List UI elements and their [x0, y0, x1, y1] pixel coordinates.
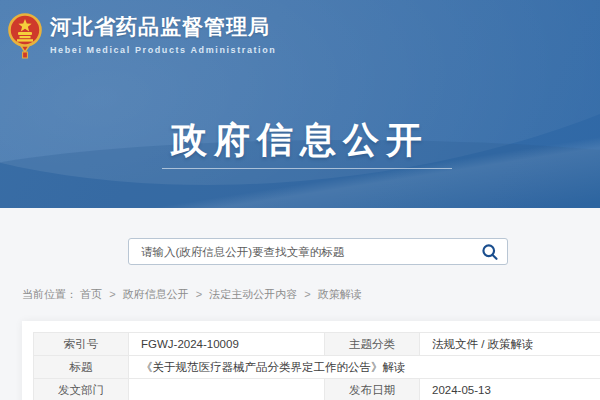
field-label-topic-category: 主题分类: [325, 333, 420, 356]
site-name-english: Hebei Medical Products Administration: [50, 45, 276, 55]
search-icon: [481, 243, 499, 261]
field-value-publish-date: 2024-05-13: [420, 379, 600, 400]
breadcrumb-separator: >: [109, 288, 115, 300]
field-value-title: 《关于规范医疗器械产品分类界定工作的公告》解读: [129, 356, 600, 379]
page-title: 政府信息公开: [0, 116, 600, 165]
search-box[interactable]: [128, 238, 508, 265]
breadcrumb-separator: >: [196, 288, 202, 300]
breadcrumb-link-policy-interpretation[interactable]: 政策解读: [318, 288, 362, 300]
breadcrumb-prefix: 当前位置：: [22, 288, 77, 300]
national-emblem-icon: [8, 12, 42, 64]
table-row: 发文部门 发布日期 2024-05-13: [34, 379, 600, 400]
table-row: 索引号 FGWJ-2024-10009 主题分类 法规文件 / 政策解读: [34, 333, 600, 356]
breadcrumb-link-gov-info[interactable]: 政府信息公开: [123, 288, 189, 300]
breadcrumb-link-statutory-disclosure[interactable]: 法定主动公开内容: [209, 288, 297, 300]
breadcrumb: 当前位置： 首页 > 政府信息公开 > 法定主动公开内容 > 政策解读: [22, 287, 362, 302]
field-label-issuing-department: 发文部门: [34, 379, 129, 400]
table-row: 标题 《关于规范医疗器械产品分类界定工作的公告》解读: [34, 356, 600, 379]
site-logo-block[interactable]: 河北省药品监督管理局 Hebei Medical Products Admini…: [8, 10, 276, 64]
field-label-publish-date: 发布日期: [325, 379, 420, 400]
search-input[interactable]: [129, 239, 473, 264]
title-underline: [162, 168, 452, 169]
field-value-issuing-department: [129, 379, 325, 400]
field-value-topic-category: 法规文件 / 政策解读: [420, 333, 600, 356]
field-label-index-number: 索引号: [34, 333, 129, 356]
search-button[interactable]: [473, 239, 507, 264]
document-info-card: 索引号 FGWJ-2024-10009 主题分类 法规文件 / 政策解读 标题 …: [22, 321, 600, 400]
breadcrumb-separator: >: [304, 288, 310, 300]
site-name[interactable]: 河北省药品监督管理局: [50, 14, 276, 40]
header-banner: 河北省药品监督管理局 Hebei Medical Products Admini…: [0, 0, 600, 208]
field-value-index-number: FGWJ-2024-10009: [129, 333, 325, 356]
breadcrumb-link-home[interactable]: 首页: [80, 288, 102, 300]
document-meta-table: 索引号 FGWJ-2024-10009 主题分类 法规文件 / 政策解读 标题 …: [33, 332, 600, 400]
field-label-title: 标题: [34, 356, 129, 379]
